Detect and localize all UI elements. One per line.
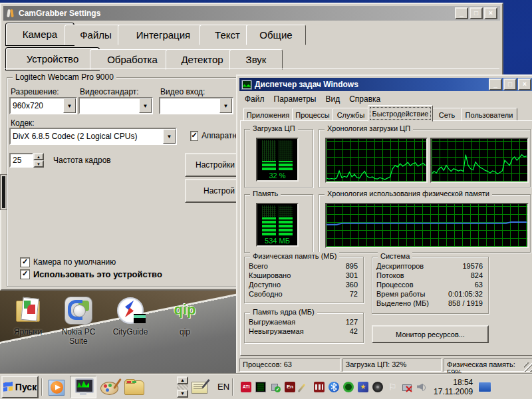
tab-processing[interactable]: Обработка bbox=[90, 49, 175, 70]
hardware-checkbox[interactable]: ✓ Аппаратн bbox=[190, 131, 237, 141]
videostandard-label: Видеостандарт: bbox=[80, 87, 139, 96]
minimize-button[interactable]: _ bbox=[455, 7, 468, 19]
punto-en-tray-icon[interactable]: En bbox=[285, 382, 295, 392]
tab-general[interactable]: Общие bbox=[246, 25, 306, 45]
menu-options[interactable]: Параметры bbox=[269, 94, 321, 104]
quicklaunch-notes[interactable] bbox=[188, 376, 211, 398]
chevron-down-icon[interactable]: ▼ bbox=[139, 98, 152, 113]
memory-group: Память 534 МБ bbox=[244, 194, 313, 253]
tab-device[interactable]: Устройство bbox=[6, 48, 99, 70]
chevron-down-icon[interactable]: ▼ bbox=[219, 98, 232, 113]
tab-processes[interactable]: Процессы bbox=[292, 108, 333, 122]
tray-clock[interactable]: 18:54 17.11.2009 bbox=[434, 378, 473, 396]
scroll-up-icon[interactable]: ▲ bbox=[177, 376, 188, 384]
checkbox-check-icon[interactable]: ✓ bbox=[20, 257, 30, 267]
codec-label: Кодек: bbox=[11, 118, 35, 128]
menu-help[interactable]: Справка bbox=[344, 94, 385, 104]
desktop-icon-qip[interactable]: qip qip bbox=[160, 297, 210, 336]
default-camera-label: Камера по умолчанию bbox=[33, 257, 116, 267]
usb-safely-remove-icon[interactable]: ✓ bbox=[270, 382, 281, 392]
checkbox-check-icon[interactable]: ✓ bbox=[190, 131, 198, 141]
tab-sound[interactable]: Звук bbox=[229, 49, 283, 70]
codec-value: DivX 6.8.5 Codec (2 Logical CPUs) bbox=[11, 132, 163, 141]
ati-tray-icon[interactable]: ATI bbox=[241, 382, 251, 392]
printer-error-tray-icon[interactable] bbox=[402, 382, 412, 392]
camgrabber-titlebar[interactable]: CamGrabber Settings _ □ × bbox=[3, 6, 500, 21]
quicklaunch-file-manager[interactable] bbox=[122, 376, 147, 398]
show-desktop-icon[interactable] bbox=[478, 382, 491, 392]
cpu-meter-tray-icon[interactable] bbox=[255, 382, 266, 392]
codec-combobox[interactable]: DivX 6.8.5 Codec (2 Logical CPUs) ▼ bbox=[9, 128, 177, 145]
stat-row: Свободно72 bbox=[245, 289, 363, 299]
taskbar-divider bbox=[41, 378, 42, 396]
resolution-combobox[interactable]: 960x720 ▼ bbox=[9, 97, 77, 114]
nokia-pc-suite-icon bbox=[65, 297, 92, 325]
video-codec-tray-icon[interactable] bbox=[314, 382, 325, 392]
quicklaunch-task-manager[interactable] bbox=[70, 376, 96, 398]
chevron-down-icon[interactable]: ▼ bbox=[163, 129, 176, 144]
desktop: Ярлыки Nokia PC Suite CityGuide qip qip bbox=[0, 0, 532, 399]
stat-row: Выделено (МБ)858 / 1919 bbox=[372, 299, 488, 308]
checkbox-check-icon[interactable]: ✓ bbox=[20, 269, 30, 279]
antivirus-tray-icon[interactable] bbox=[343, 382, 354, 392]
start-button[interactable]: Пуск bbox=[1, 376, 39, 398]
desktop-icon-yarlyki[interactable]: Ярлыки bbox=[3, 297, 53, 336]
quicklaunch-paint[interactable] bbox=[96, 376, 122, 398]
stat-row: Потоков824 bbox=[372, 271, 488, 280]
maximize-button[interactable]: □ bbox=[503, 78, 517, 90]
chevron-down-icon[interactable]: ▼ bbox=[63, 98, 76, 113]
cpu-history-graph-2 bbox=[430, 138, 529, 183]
tab-integration[interactable]: Интеграция bbox=[118, 25, 209, 45]
wand-tray-icon[interactable] bbox=[299, 382, 310, 392]
stepper-down-icon[interactable]: ▼ bbox=[33, 160, 44, 168]
tab-services[interactable]: Службы bbox=[332, 108, 369, 122]
media-player-icon bbox=[49, 378, 66, 396]
language-indicator[interactable]: EN bbox=[217, 382, 229, 392]
bluetooth-tray-icon[interactable] bbox=[329, 382, 339, 392]
desktop-icon-cityguide[interactable]: CityGuide bbox=[105, 297, 156, 336]
stat-row: Доступно360 bbox=[245, 280, 363, 289]
memory-history-group: Хронология использования физической памя… bbox=[319, 194, 531, 253]
volume-tray-icon[interactable] bbox=[416, 382, 427, 392]
tab-detector[interactable]: Детектор bbox=[166, 49, 239, 70]
quicklaunch-media-player[interactable] bbox=[45, 376, 70, 398]
tab-camera[interactable]: Камера bbox=[6, 23, 74, 45]
folder-icon bbox=[124, 379, 144, 395]
tab-network[interactable]: Сеть bbox=[432, 108, 462, 122]
cpu-usage-value: 32 % bbox=[257, 172, 297, 180]
tab-performance[interactable]: Быстродействие bbox=[368, 105, 433, 122]
resource-monitor-button[interactable]: Монитор ресурсов... bbox=[372, 325, 489, 343]
close-button[interactable]: × bbox=[484, 7, 497, 19]
hardware-checkbox-label: Аппаратн bbox=[201, 131, 237, 140]
taskbar-scroll-control[interactable]: ▲ ▼ bbox=[177, 376, 188, 398]
clock-time: 18:54 bbox=[434, 378, 473, 387]
desktop-icon-nokia-pc-suite[interactable]: Nokia PC Suite bbox=[53, 297, 104, 346]
menu-view[interactable]: Вид bbox=[321, 94, 344, 104]
minimize-button[interactable]: _ bbox=[489, 78, 502, 90]
taskmanager-titlebar[interactable]: Диспетчер задач Windows _ □ × bbox=[239, 78, 532, 91]
fps-input[interactable]: 25 bbox=[9, 153, 33, 168]
physical-memory-group-title: Физическая память (МБ) bbox=[250, 252, 339, 260]
scroll-down-icon[interactable]: ▼ bbox=[177, 390, 188, 398]
videostandard-combobox[interactable]: ▼ bbox=[78, 97, 153, 114]
desktop-icon-label: CityGuide bbox=[105, 327, 156, 336]
flag-tray-icon[interactable]: ⚐ bbox=[387, 382, 398, 392]
stat-row: Всего895 bbox=[245, 261, 363, 271]
videoinput-combobox[interactable]: ▼ bbox=[159, 97, 233, 114]
folder-shortcuts-icon bbox=[14, 297, 42, 325]
tab-page-edge bbox=[4, 68, 499, 69]
star-utility-tray-icon[interactable]: ★ bbox=[358, 382, 368, 392]
fps-stepper[interactable]: ▲ ▼ bbox=[33, 153, 44, 168]
tab-applications[interactable]: Приложения bbox=[243, 108, 293, 122]
disc-tray-icon[interactable] bbox=[372, 382, 383, 392]
menu-file[interactable]: Файл bbox=[240, 94, 269, 104]
maximize-button[interactable]: □ bbox=[469, 7, 483, 19]
tab-users[interactable]: Пользователи bbox=[461, 108, 517, 122]
close-button[interactable]: × bbox=[518, 78, 531, 90]
stepper-up-icon[interactable]: ▲ bbox=[33, 153, 44, 160]
use-device-checkbox[interactable]: ✓ Использовать это устройство bbox=[20, 269, 162, 279]
default-camera-checkbox[interactable]: ✓ Камера по умолчанию bbox=[20, 257, 116, 267]
resize-grip[interactable] bbox=[524, 362, 532, 372]
qip-logo-icon: qip bbox=[171, 297, 199, 325]
taskmanager-window: Диспетчер задач Windows _ □ × Файл Парам… bbox=[236, 74, 532, 375]
